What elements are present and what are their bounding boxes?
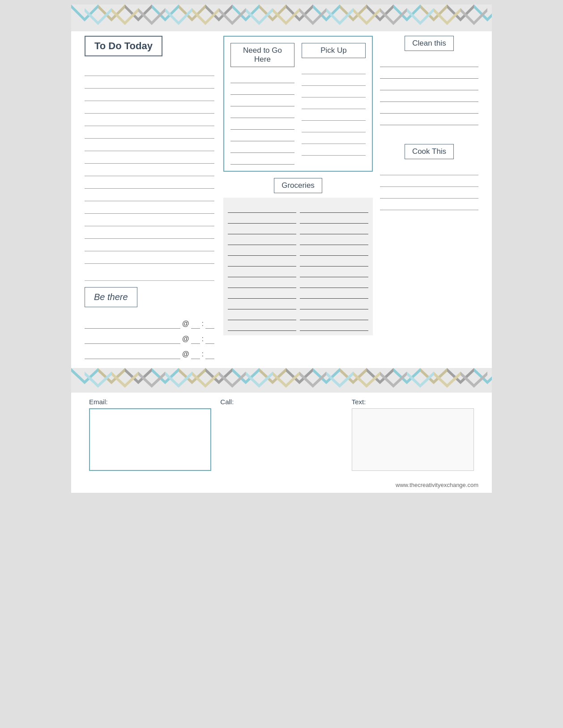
grocery-line-4[interactable]: [228, 234, 296, 245]
grocery-line-18[interactable]: [300, 256, 368, 267]
pickup-lines: [302, 63, 366, 156]
at-tiny-2[interactable]: [205, 333, 214, 344]
at-line-3[interactable]: [85, 348, 180, 359]
pickup-line-8[interactable]: [302, 144, 366, 156]
clean-line-2[interactable]: [380, 67, 478, 79]
goto-line-4[interactable]: [230, 106, 294, 118]
grocery-line-19[interactable]: [300, 267, 368, 277]
at-line-1[interactable]: [85, 318, 180, 329]
todo-line-5[interactable]: [85, 114, 214, 126]
groceries-label: Groceries: [282, 181, 315, 190]
pickup-line-6[interactable]: [302, 121, 366, 132]
todo-line-8[interactable]: [85, 151, 214, 164]
todo-line-10[interactable]: [85, 176, 214, 189]
cook-line-2[interactable]: [380, 175, 478, 187]
todo-line-11[interactable]: [85, 189, 214, 201]
todo-line-2[interactable]: [85, 76, 214, 89]
grocery-line-10[interactable]: [228, 299, 296, 309]
groceries-section: Groceries: [223, 178, 373, 359]
todo-line-14[interactable]: [85, 226, 214, 239]
pickup-line-5[interactable]: [302, 109, 366, 121]
website-footer: www.thecreativityexchange.com: [71, 480, 492, 493]
page: To Do Today: [71, 4, 492, 493]
grocery-line-15[interactable]: [300, 224, 368, 234]
goto-line-5[interactable]: [230, 118, 294, 130]
grocery-line-3[interactable]: [228, 224, 296, 234]
cook-label: Cook This: [412, 147, 446, 156]
todo-line-9[interactable]: [85, 164, 214, 176]
go-pickup-box: Need to Go Here: [223, 36, 373, 172]
todo-line-15[interactable]: [85, 239, 214, 251]
clean-line-4[interactable]: [380, 90, 478, 102]
clean-line-5[interactable]: [380, 102, 478, 114]
todo-line-16[interactable]: [85, 251, 214, 264]
grocery-line-2[interactable]: [228, 213, 296, 224]
pickup-line-3[interactable]: [302, 86, 366, 97]
clean-line-3[interactable]: [380, 79, 478, 90]
goto-line-6[interactable]: [230, 130, 294, 141]
call-label: Call:: [220, 398, 342, 406]
pickup-line-4[interactable]: [302, 97, 366, 109]
clean-line-6[interactable]: [380, 114, 478, 125]
pickup-line-7[interactable]: [302, 132, 366, 144]
pickup-line-2[interactable]: [302, 74, 366, 86]
grocery-line-21[interactable]: [300, 288, 368, 299]
at-line-2[interactable]: [85, 333, 180, 344]
at-symbol-3: @: [182, 350, 189, 359]
call-input-area[interactable]: [220, 408, 342, 471]
grocery-line-7[interactable]: [228, 267, 296, 277]
grocery-line-20[interactable]: [300, 277, 368, 288]
grocery-line-24[interactable]: [300, 320, 368, 331]
todo-line-4[interactable]: [85, 101, 214, 114]
goto-line-1[interactable]: [230, 72, 294, 83]
at-small-3[interactable]: [191, 348, 200, 359]
email-box: Email:: [85, 398, 216, 471]
pickup-line-1[interactable]: [302, 63, 366, 74]
todo-line-6[interactable]: [85, 126, 214, 139]
grocery-line-23[interactable]: [300, 309, 368, 320]
todo-line-17[interactable]: [85, 268, 214, 281]
todo-line-7[interactable]: [85, 139, 214, 151]
goto-line-8[interactable]: [230, 153, 294, 165]
cook-line-1[interactable]: [380, 164, 478, 175]
call-box: Call:: [216, 398, 347, 471]
goto-line-3[interactable]: [230, 95, 294, 106]
pickup-column: Pick Up: [302, 43, 366, 165]
grocery-line-1[interactable]: [228, 202, 296, 213]
at-tiny-1[interactable]: [205, 318, 214, 329]
clean-line-1[interactable]: [380, 55, 478, 67]
grocery-line-5[interactable]: [228, 245, 296, 256]
goto-line-2[interactable]: [230, 83, 294, 95]
grocery-line-8[interactable]: [228, 277, 296, 288]
text-box: Text:: [347, 398, 478, 471]
grocery-line-9[interactable]: [228, 288, 296, 299]
todo-line-13[interactable]: [85, 214, 214, 226]
at-small-2[interactable]: [191, 333, 200, 344]
cook-line-3[interactable]: [380, 187, 478, 199]
grocery-line-17[interactable]: [300, 245, 368, 256]
grocery-line-11[interactable]: [228, 309, 296, 320]
clean-label: Clean this: [412, 39, 446, 47]
clean-lines: [380, 55, 478, 125]
grocery-line-16[interactable]: [300, 234, 368, 245]
goto-line-7[interactable]: [230, 141, 294, 153]
text-input-area[interactable]: [352, 408, 474, 471]
todo-line-12[interactable]: [85, 201, 214, 214]
grocery-line-6[interactable]: [228, 256, 296, 267]
cook-line-4[interactable]: [380, 199, 478, 210]
center-right-wrapper: Need to Go Here: [223, 31, 478, 359]
at-tiny-3[interactable]: [205, 348, 214, 359]
be-there-box: Be there: [85, 287, 137, 307]
email-input-area[interactable]: [89, 408, 211, 471]
at-symbol-2: @: [182, 335, 189, 344]
main-content: To Do Today: [71, 31, 492, 368]
at-small-1[interactable]: [191, 318, 200, 329]
far-right-column: Clean this: [380, 31, 478, 359]
grocery-line-12[interactable]: [228, 320, 296, 331]
grocery-line-14[interactable]: [300, 213, 368, 224]
todo-line-3[interactable]: [85, 89, 214, 101]
grocery-line-22[interactable]: [300, 299, 368, 309]
grocery-line-13[interactable]: [300, 202, 368, 213]
todo-line-1[interactable]: [85, 63, 214, 76]
page-title: To Do Today: [94, 40, 153, 51]
